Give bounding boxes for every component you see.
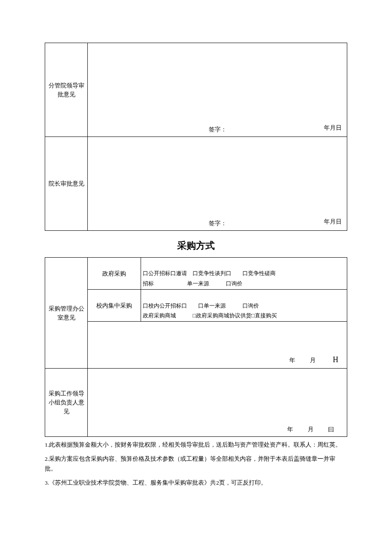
sign-line-2: 签字： 年月日 xyxy=(89,219,345,228)
gov-procurement-label: 政府采购 xyxy=(88,258,141,290)
school-procurement-label: 校内集中采购 xyxy=(88,290,141,322)
note-2: 2.采购方案应包含采购内容、预算价格及技术参数（或工程量）等全部相关内容，并附于… xyxy=(45,454,347,474)
dean-content: 签字： 年月日 xyxy=(88,137,347,231)
mgmt-office-label: 采购管理办公室意见 xyxy=(45,258,88,369)
note-3: 3.《苏州工业职业技术学院货物、工程、服务集中采购审批表》共2页，可正反打印。 xyxy=(45,478,347,488)
sign-line-1: 签字： 年月日 xyxy=(89,125,345,134)
sign-date: 年月日 xyxy=(324,217,342,226)
label-text: 校内集中采购 xyxy=(96,302,132,309)
notes-section: 1.此表根据预算金额大小，按财务审批权限，经相关领导审批后，送后勤与资产管理处资… xyxy=(45,440,347,488)
date-suffix: H xyxy=(330,355,338,364)
sign-prefix: 签字： xyxy=(209,126,227,133)
section-title: 采购方式 xyxy=(45,239,347,252)
label-text: 采购工作领导小组负责人意见 xyxy=(49,390,84,415)
gov-procurement-options: 口公开招标口邀请 口竞争性谈判口 口竞争性磋商 招标 单一来源 口询价 xyxy=(141,258,347,290)
sign-date: 年月日 xyxy=(324,123,342,132)
mgmt-date-cell: 年 月 H xyxy=(88,322,347,369)
label-text: 院长审批意见 xyxy=(49,180,84,187)
note-1: 1.此表根据预算金额大小，按财务审批权限，经相关领导审批后，送后勤与资产管理处资… xyxy=(45,440,347,450)
label-text: 采购管理办公室意见 xyxy=(49,305,84,321)
deputy-leader-content: 签字： 年月日 xyxy=(88,43,347,137)
approval-table-1: 分管院领导审批意见 签字： 年月日 院长审批意见 签字： 年月日 xyxy=(45,43,347,231)
leader-group-label: 采购工作领导小组负责人意见 xyxy=(45,369,88,437)
leader-date-cell: 年 月 曰 xyxy=(88,369,347,437)
sign-prefix: 签字： xyxy=(209,220,227,227)
date-text: 年 月 曰 xyxy=(287,426,338,433)
label-text: 分管院领导审批意见 xyxy=(49,82,84,98)
dean-label: 院长审批意见 xyxy=(45,137,88,231)
date-text: 年 月 xyxy=(289,357,330,363)
school-procurement-options: 口校内公开招标口 口单一来源 口询价 政府采购商城 □政府采购商城协议供货□直接… xyxy=(141,290,347,322)
options-text: 口校内公开招标口 口单一来源 口询价 政府采购商城 □政府采购商城协议供货□直接… xyxy=(143,302,277,319)
deputy-leader-label: 分管院领导审批意见 xyxy=(45,43,88,137)
procurement-method-table: 采购管理办公室意见 政府采购 口公开招标口邀请 口竞争性谈判口 口竞争性磋商 招… xyxy=(45,257,347,437)
options-text: 口公开招标口邀请 口竞争性谈判口 口竞争性磋商 招标 单一来源 口询价 xyxy=(143,270,276,286)
label-text: 政府采购 xyxy=(102,270,126,277)
